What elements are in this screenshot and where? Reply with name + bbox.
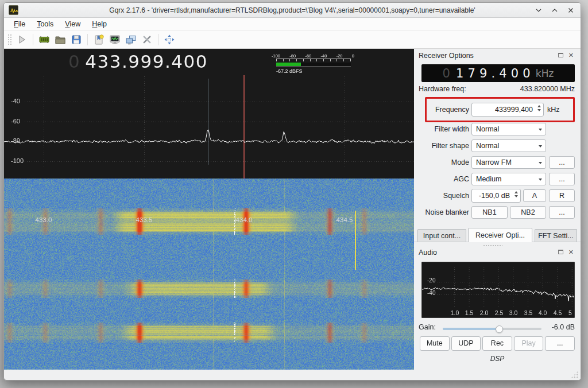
- udp-button[interactable]: UDP: [451, 336, 481, 351]
- toolbar-drag-handle[interactable]: [7, 34, 11, 45]
- mode-label: Mode: [414, 156, 469, 169]
- tuned-frequency-display[interactable]: 0433.999.400: [68, 51, 208, 72]
- toolbar-separator: [158, 34, 158, 45]
- meter-tick: -40: [321, 53, 327, 59]
- bookmarks-icon[interactable]: [91, 32, 107, 47]
- audio-spectrum-panel: -20 -40 1.0 1.5 2.0 2.5 3.0 3.5 4.0 4.5 …: [421, 262, 575, 318]
- y-axis-tick: -60: [11, 118, 26, 125]
- gqrx-window: Gqrx 2.17.6 - 'driver=rtlsdr,manufacture…: [3, 2, 581, 381]
- chevron-down-icon: [539, 179, 542, 181]
- gain-slider[interactable]: [443, 328, 541, 330]
- menu-tools[interactable]: Tools: [32, 19, 59, 29]
- x-axis-tick: 433.0: [31, 216, 56, 223]
- gain-slider-handle[interactable]: [496, 325, 503, 333]
- menu-bar: File Tools View Help: [4, 18, 581, 30]
- menu-file[interactable]: File: [9, 19, 30, 29]
- pandapter-spectrum[interactable]: [4, 49, 414, 179]
- noise-blanker-options-button[interactable]: ...: [549, 206, 575, 219]
- y-axis-tick: -80: [11, 137, 26, 144]
- spin-down-icon[interactable]: [514, 195, 518, 197]
- filter-shape-label: Filter shape: [414, 139, 469, 152]
- rec-button[interactable]: Rec: [482, 336, 512, 351]
- chevron-down-icon: [539, 162, 542, 164]
- frequency-value: 433999,400: [495, 106, 533, 114]
- mute-button[interactable]: Mute: [420, 336, 450, 351]
- y-axis-tick: -40: [11, 98, 26, 104]
- audio-y-tick: -40: [427, 290, 435, 296]
- filter-shape-combo[interactable]: Normal: [471, 139, 546, 152]
- filter-shape-value: Normal: [476, 142, 499, 150]
- menu-help[interactable]: Help: [87, 19, 112, 29]
- play-button[interactable]: Play: [514, 336, 544, 351]
- lcd-digits: 179.400: [456, 67, 535, 80]
- nb1-button[interactable]: NB1: [471, 206, 508, 219]
- agc-options-button[interactable]: ...: [549, 173, 575, 185]
- audio-x-tick: 4.5: [551, 309, 564, 316]
- window-title: Gqrx 2.17.6 - 'driver=rtlsdr,manufacture…: [4, 6, 581, 14]
- receiver-frequency-lcd[interactable]: 0 179.400 kHz: [421, 64, 575, 82]
- filter-width-label: Filter width: [414, 123, 469, 135]
- audio-x-tick: 1.0: [448, 309, 462, 316]
- dock-splitter-handle[interactable]: [483, 245, 502, 246]
- tab-receiver-options[interactable]: Receiver Opti...: [468, 228, 532, 242]
- audio-x-tick: 2.5: [492, 309, 506, 316]
- spin-down-icon[interactable]: [537, 109, 541, 111]
- audio-x-tick: 4.0: [536, 309, 550, 316]
- meter-value: -67.2 dBFS: [276, 68, 351, 74]
- noise-blanker-label: Noise blanker: [414, 206, 469, 219]
- tab-fft-settings[interactable]: FFT Setti...: [535, 229, 577, 242]
- squelch-spinbox[interactable]: -150,0 dB: [471, 189, 521, 203]
- squelch-auto-button[interactable]: A: [523, 189, 546, 202]
- gain-row: Gain: -6.0 dB: [419, 323, 575, 333]
- dock-float-icon[interactable]: [558, 250, 563, 254]
- menu-view[interactable]: View: [60, 19, 86, 29]
- meter-tickmarks: [276, 59, 351, 61]
- audio-title: Audio: [419, 249, 437, 257]
- dsp-settings-icon[interactable]: [107, 32, 123, 47]
- x-axis-tick: 434.5: [332, 216, 357, 223]
- x-axis-tick: 433.5: [131, 216, 157, 223]
- squelch-reset-button[interactable]: R: [549, 189, 575, 202]
- close-icon[interactable]: [567, 6, 575, 14]
- audio-x-tick: 3.5: [521, 309, 535, 316]
- io-devices-icon[interactable]: [36, 32, 52, 47]
- dock-close-icon[interactable]: ✕: [568, 51, 574, 59]
- frequency-spinbox[interactable]: 433999,400: [471, 103, 544, 117]
- save-file-icon[interactable]: [68, 32, 84, 47]
- chevron-down-icon: [539, 145, 542, 148]
- start-dsp-icon[interactable]: [14, 32, 30, 47]
- filter-width-combo[interactable]: Normal: [471, 123, 546, 135]
- remote-control-icon[interactable]: [123, 32, 139, 47]
- gain-value: -6.0 dB: [552, 323, 575, 331]
- frequency-unit: kHz: [547, 103, 560, 117]
- spin-up-icon[interactable]: [514, 191, 518, 193]
- agc-combo[interactable]: Medium: [471, 173, 546, 185]
- minimize-icon[interactable]: [535, 6, 543, 14]
- maximize-icon[interactable]: [551, 6, 559, 14]
- mode-options-button[interactable]: ...: [549, 156, 575, 169]
- dock-float-icon[interactable]: [558, 53, 563, 57]
- meter-bar: [276, 63, 351, 67]
- fullscreen-icon[interactable]: [161, 32, 177, 47]
- status-strip: [4, 370, 414, 381]
- nb2-button[interactable]: NB2: [510, 206, 546, 219]
- audio-options-button[interactable]: ...: [545, 336, 575, 351]
- audio-y-tick: -20: [427, 277, 435, 284]
- dock-close-icon[interactable]: ✕: [568, 248, 574, 256]
- spin-up-icon[interactable]: [537, 105, 541, 107]
- audio-x-tick: 5: [563, 309, 577, 316]
- y-axis-tick: -100: [11, 157, 26, 164]
- toolbar-separator: [33, 34, 33, 45]
- x-axis-tick: 434.0: [231, 216, 257, 223]
- mode-value: Narrow FM: [476, 158, 512, 166]
- audio-x-tick: 2.0: [477, 309, 491, 316]
- mode-combo[interactable]: Narrow FM: [471, 156, 546, 169]
- receiver-options-dock: Receiver Options ✕ 0 179.400 kHz Hardwar…: [414, 49, 581, 381]
- freq-leading-zero: 0: [68, 51, 80, 72]
- open-file-icon[interactable]: [52, 32, 68, 47]
- tools-icon[interactable]: [139, 32, 155, 47]
- tab-input-controls[interactable]: Input cont...: [417, 229, 466, 242]
- waterfall-display[interactable]: [4, 179, 414, 370]
- title-bar[interactable]: Gqrx 2.17.6 - 'driver=rtlsdr,manufacture…: [4, 3, 581, 18]
- dsp-footer-label: DSP: [414, 355, 581, 363]
